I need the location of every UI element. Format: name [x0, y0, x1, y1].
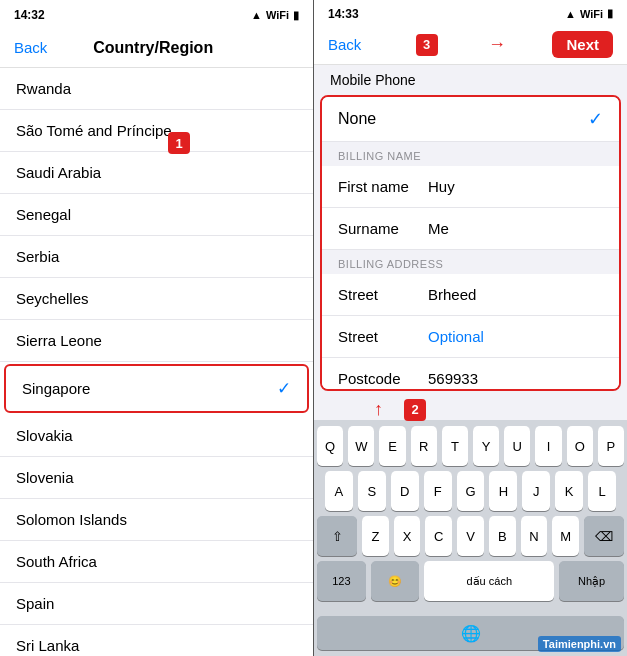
- key-g[interactable]: G: [457, 471, 485, 511]
- status-bar-left: 14:32 ▲ WiFi ▮: [0, 0, 313, 28]
- key-e[interactable]: E: [379, 426, 405, 466]
- key-emoji[interactable]: 😊: [371, 561, 420, 601]
- street-label-1: Street: [338, 286, 428, 303]
- list-item[interactable]: Saudi Arabia: [0, 152, 313, 194]
- postcode-label: Postcode: [338, 370, 428, 387]
- billing-name-header: BILLING NAME: [322, 142, 619, 166]
- list-item[interactable]: Spain: [0, 583, 313, 625]
- surname-value: Me: [428, 220, 449, 237]
- country-list: Rwanda São Tomé and Príncipe Saudi Arabi…: [0, 68, 313, 656]
- status-icons-right: ▲ WiFi ▮: [565, 7, 613, 20]
- key-w[interactable]: W: [348, 426, 374, 466]
- key-d[interactable]: D: [391, 471, 419, 511]
- back-button-left[interactable]: Back: [14, 39, 47, 56]
- key-i[interactable]: I: [535, 426, 561, 466]
- list-item-singapore[interactable]: Singapore ✓: [4, 364, 309, 413]
- key-p[interactable]: P: [598, 426, 624, 466]
- key-n[interactable]: N: [521, 516, 548, 556]
- list-item[interactable]: Senegal: [0, 194, 313, 236]
- street-label-2: Street: [338, 328, 428, 345]
- street-value-1: Brheed: [428, 286, 476, 303]
- nav-bar-right: Back 3 → Next: [314, 25, 627, 65]
- street-value-2: Optional: [428, 328, 484, 345]
- none-label: None: [338, 110, 376, 128]
- key-j[interactable]: J: [522, 471, 550, 511]
- key-return[interactable]: Nhập: [559, 561, 624, 601]
- key-y[interactable]: Y: [473, 426, 499, 466]
- key-m[interactable]: M: [552, 516, 579, 556]
- nav-bar-left: Back Country/Region: [0, 28, 313, 68]
- step1-badge: 1: [168, 132, 190, 154]
- street-row-1: Street Brheed: [322, 274, 619, 316]
- key-numbers[interactable]: 123: [317, 561, 366, 601]
- first-name-row: First name Huy: [322, 166, 619, 208]
- key-z[interactable]: Z: [362, 516, 389, 556]
- key-h[interactable]: H: [489, 471, 517, 511]
- arrow-up-icon: ↑: [374, 399, 383, 420]
- key-f[interactable]: F: [424, 471, 452, 511]
- key-r[interactable]: R: [411, 426, 437, 466]
- list-item[interactable]: Seychelles: [0, 278, 313, 320]
- step2-badge: 2: [404, 399, 426, 421]
- step3-badge: 3: [416, 34, 438, 56]
- key-u[interactable]: U: [504, 426, 530, 466]
- key-b[interactable]: B: [489, 516, 516, 556]
- next-button[interactable]: Next: [552, 31, 613, 58]
- list-item[interactable]: South Africa: [0, 541, 313, 583]
- key-space[interactable]: dấu cách: [424, 561, 554, 601]
- key-q[interactable]: Q: [317, 426, 343, 466]
- time-left: 14:32: [14, 8, 45, 22]
- keyboard-row-4: 123 😊 dấu cách Nhập: [317, 561, 624, 601]
- key-v[interactable]: V: [457, 516, 484, 556]
- key-delete[interactable]: ⌫: [584, 516, 624, 556]
- key-x[interactable]: X: [394, 516, 421, 556]
- list-item[interactable]: Solomon Islands: [0, 499, 313, 541]
- none-option-row[interactable]: None ✓: [322, 97, 619, 142]
- list-item[interactable]: Slovenia: [0, 457, 313, 499]
- postcode-row: Postcode 569933: [322, 358, 619, 390]
- keyboard-row-2: A S D F G H J K L: [317, 471, 624, 511]
- key-o[interactable]: O: [567, 426, 593, 466]
- back-button-right[interactable]: Back: [328, 36, 361, 53]
- status-icons-left: ▲ WiFi ▮: [251, 9, 299, 22]
- key-s[interactable]: S: [358, 471, 386, 511]
- key-k[interactable]: K: [555, 471, 583, 511]
- surname-row: Surname Me: [322, 208, 619, 250]
- surname-label: Surname: [338, 220, 428, 237]
- list-item[interactable]: Sierra Leone: [0, 320, 313, 362]
- keyboard: Q W E R T Y U I O P A S D F G H J K: [314, 420, 627, 612]
- street-row-2[interactable]: Street Optional: [322, 316, 619, 358]
- status-bar-right: 14:33 ▲ WiFi ▮: [314, 0, 627, 25]
- list-item[interactable]: Sri Lanka: [0, 625, 313, 656]
- postcode-value: 569933: [428, 370, 478, 387]
- check-icon: ✓: [277, 378, 291, 399]
- keyboard-row-3: ⇧ Z X C V B N M ⌫: [317, 516, 624, 556]
- key-t[interactable]: T: [442, 426, 468, 466]
- step2-area: 2 ↑: [314, 395, 627, 420]
- key-shift[interactable]: ⇧: [317, 516, 357, 556]
- time-right: 14:33: [328, 7, 359, 21]
- list-item[interactable]: São Tomé and Príncipe: [0, 110, 313, 152]
- key-a[interactable]: A: [325, 471, 353, 511]
- arrow-right-icon: →: [488, 34, 506, 55]
- list-item[interactable]: Serbia: [0, 236, 313, 278]
- key-l[interactable]: L: [588, 471, 616, 511]
- first-name-label: First name: [338, 178, 428, 195]
- keyboard-row-1: Q W E R T Y U I O P: [317, 426, 624, 466]
- billing-form-box: None ✓ BILLING NAME First name Huy Surna…: [320, 95, 621, 390]
- list-item[interactable]: Slovakia: [0, 415, 313, 457]
- key-c[interactable]: C: [425, 516, 452, 556]
- mobile-phone-label: Mobile Phone: [314, 65, 627, 91]
- watermark: Taimienphi.vn: [538, 636, 621, 652]
- none-checkmark-icon: ✓: [588, 108, 603, 130]
- billing-address-header: BILLING ADDRESS: [322, 250, 619, 274]
- page-title-left: Country/Region: [93, 39, 213, 57]
- list-item[interactable]: Rwanda: [0, 68, 313, 110]
- first-name-value: Huy: [428, 178, 455, 195]
